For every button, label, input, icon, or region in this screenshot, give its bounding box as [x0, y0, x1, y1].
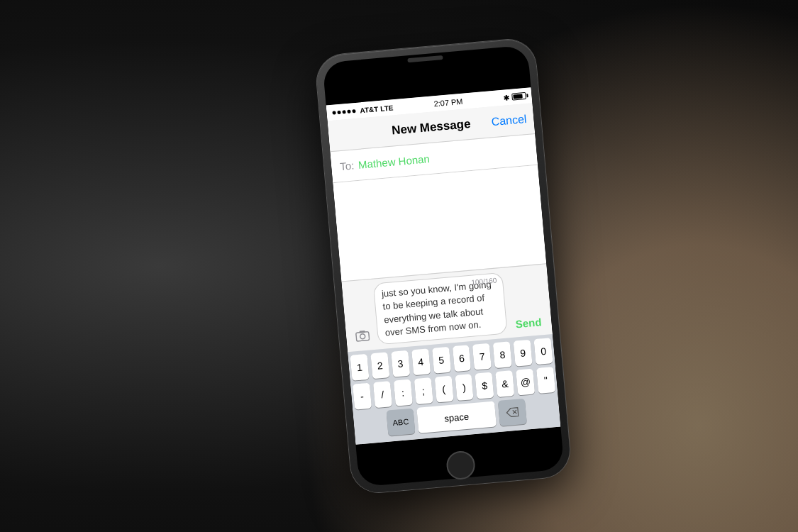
- to-label: To:: [339, 159, 354, 172]
- key-2[interactable]: 2: [370, 352, 389, 379]
- phone-wrapper: AT&T LTE 2:07 PM ✱ New Messa: [314, 38, 572, 495]
- key-8[interactable]: 8: [493, 341, 512, 368]
- svg-rect-2: [359, 331, 365, 333]
- phone-screen-bezel: AT&T LTE 2:07 PM ✱ New Messa: [322, 45, 564, 487]
- key-dash[interactable]: -: [353, 383, 372, 410]
- nav-title: New Message: [391, 116, 471, 138]
- signal-dot-4: [347, 109, 350, 113]
- key-delete[interactable]: [497, 399, 526, 426]
- key-space[interactable]: space: [416, 401, 497, 433]
- battery-icon: [511, 92, 526, 101]
- message-text[interactable]: just so you know, I'm going to be keepin…: [381, 278, 499, 340]
- key-1[interactable]: 1: [350, 354, 369, 381]
- cancel-button[interactable]: Cancel: [490, 113, 526, 128]
- key-7[interactable]: 7: [472, 343, 492, 370]
- signal-dot-3: [342, 110, 345, 113]
- key-dollar[interactable]: $: [475, 372, 494, 399]
- signal-dot-5: [352, 109, 355, 112]
- phone-body: AT&T LTE 2:07 PM ✱ New Messa: [314, 38, 572, 495]
- key-5[interactable]: 5: [431, 347, 450, 374]
- message-area: [333, 165, 546, 282]
- scene: AT&T LTE 2:07 PM ✱ New Messa: [0, 0, 798, 532]
- status-left: AT&T LTE: [332, 104, 394, 116]
- signal-dots: [332, 109, 355, 114]
- key-semicolon[interactable]: ;: [414, 377, 433, 404]
- recipient-name: Mathew Honan: [358, 153, 430, 171]
- key-6[interactable]: 6: [452, 345, 471, 372]
- key-at[interactable]: @: [516, 369, 535, 396]
- signal-dot-2: [337, 110, 340, 113]
- key-4[interactable]: 4: [411, 348, 430, 375]
- send-button[interactable]: Send: [510, 313, 546, 333]
- carrier-text: AT&T: [359, 105, 378, 114]
- key-colon[interactable]: :: [393, 379, 412, 406]
- bluetooth-icon: ✱: [503, 94, 509, 102]
- key-9[interactable]: 9: [513, 340, 532, 367]
- key-0[interactable]: 0: [533, 338, 553, 365]
- key-slash[interactable]: /: [372, 381, 392, 408]
- key-abc[interactable]: ABC: [386, 408, 415, 436]
- keyboard: 1 2 3 4 5 6 7 8 9 0 -: [348, 334, 560, 445]
- battery-fill: [513, 94, 522, 99]
- key-ampersand[interactable]: &: [495, 370, 514, 397]
- status-right: ✱: [503, 92, 526, 101]
- message-input[interactable]: 100/160 just so you know, I'm going to b…: [372, 272, 507, 345]
- lte-badge: LTE: [379, 104, 393, 113]
- svg-point-1: [360, 334, 365, 340]
- signal-dot-1: [332, 111, 336, 114]
- status-time: 2:07 PM: [433, 97, 463, 109]
- camera-button[interactable]: [350, 324, 374, 348]
- key-close-paren[interactable]: ): [454, 374, 473, 401]
- key-quote[interactable]: ": [536, 367, 555, 394]
- key-3[interactable]: 3: [391, 350, 410, 377]
- key-open-paren[interactable]: (: [434, 376, 453, 403]
- screen: AT&T LTE 2:07 PM ✱ New Messa: [326, 87, 560, 444]
- svg-rect-0: [355, 332, 369, 342]
